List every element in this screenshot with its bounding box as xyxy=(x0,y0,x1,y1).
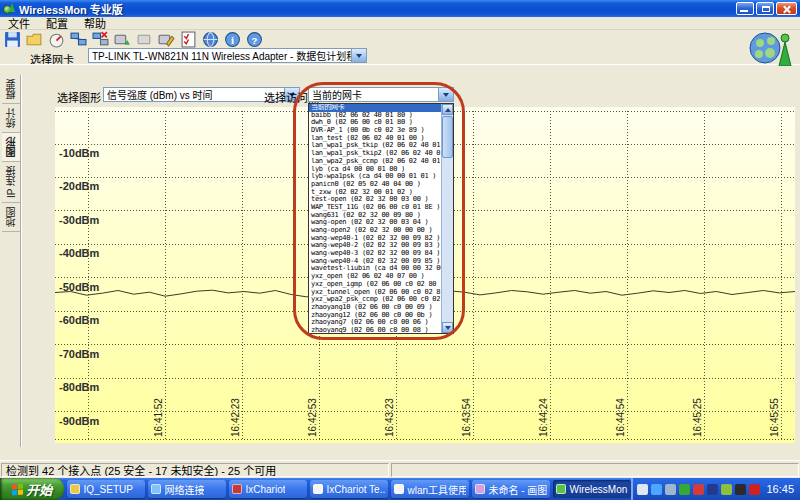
y-axis-label: -90dBm xyxy=(59,415,100,427)
notepad-icon xyxy=(394,484,404,494)
ap-dropdown-item[interactable]: yxz_open (02 06 02 40 07 00 ) xyxy=(309,273,441,281)
side-tab-2[interactable]: 图形 xyxy=(2,133,20,162)
ap-select-combo[interactable]: 当前的网卡 xyxy=(308,87,454,102)
ap-dropdown-item[interactable]: zhaoyang7 (02 06 00 c0 00 06 ) xyxy=(309,319,441,327)
ap-dropdown-item[interactable]: zhaoyang10 (02 06 00 c0 00 09 ) xyxy=(309,304,441,312)
taskbar-task-2[interactable]: IxChariot xyxy=(229,480,307,498)
taskbar-task-6[interactable]: WirelessMon ... xyxy=(553,480,631,498)
tray-icon-5[interactable] xyxy=(693,484,704,495)
scroll-up-icon[interactable] xyxy=(442,104,453,115)
menu-item-2[interactable]: 帮助 xyxy=(76,15,114,31)
ap-dropdown-item[interactable]: baibb (02 06 02 40 01 80 ) xyxy=(309,112,441,120)
taskbar-task-0[interactable]: IQ_SETUP xyxy=(67,480,145,498)
ap-dropdown-item[interactable]: panicn0 (02 05 02 40 04 00 ) xyxy=(309,181,441,189)
ap-dropdown-item[interactable]: zhaoyang12 (02 06 00 c0 00 0b ) xyxy=(309,312,441,320)
tray-icon-4[interactable] xyxy=(679,484,690,495)
adapter-combo-arrow[interactable] xyxy=(351,49,366,62)
task-label: 网络连接 xyxy=(164,482,204,497)
ap-dropdown-item[interactable]: lan_wpa2_psk_ccmp (02 06 02 40 01 0 xyxy=(309,158,441,166)
network-connect-icon[interactable] xyxy=(70,31,87,48)
y-axis-label: -10dBm xyxy=(59,147,100,159)
svg-text:?: ? xyxy=(252,35,258,46)
windows-logo-icon xyxy=(12,483,23,495)
ap-dropdown-item[interactable]: yxz_open_igmp (02 06 00 c0 02 80 ) xyxy=(309,281,441,289)
restore-button[interactable] xyxy=(756,2,774,15)
ap-dropdown-item[interactable]: dwh_0 (02 06 00 c0 01 80 ) xyxy=(309,119,441,127)
tray-icon-8[interactable] xyxy=(735,484,746,495)
gauge-icon[interactable] xyxy=(48,31,65,48)
taskbar-task-1[interactable]: 网络连接 xyxy=(148,480,226,498)
tray-icon-6[interactable] xyxy=(707,484,718,495)
info-icon[interactable]: i xyxy=(224,31,241,48)
status-pane-right xyxy=(391,463,799,477)
ap-dropdown-item[interactable]: wang-open (02 02 32 00 03 04 ) xyxy=(309,219,441,227)
tray-icon-3[interactable] xyxy=(665,484,676,495)
ap-dropdown-item[interactable]: wang-wep40-3 (02 02 32 00 09 84 ) xyxy=(309,250,441,258)
side-tab-0[interactable]: 概要 xyxy=(2,75,20,104)
ap-dropdown-item[interactable]: lan_test (02 06 02 40 01 00 ) xyxy=(309,135,441,143)
ap-dropdown-item[interactable]: WAP_TEST_11G (02 06 00 c0 01 8E ) xyxy=(309,204,441,212)
side-tab-1[interactable]: 统计 xyxy=(2,104,20,133)
side-tab-4[interactable]: 地图 xyxy=(2,203,20,232)
ap-dropdown-item[interactable]: wang631 (02 02 32 00 09 80 ) xyxy=(309,212,441,220)
y-axis-label: -60dBm xyxy=(59,314,100,326)
ap-dropdown-item[interactable]: zhaoyang9 (02 06 00 c0 00 08 ) xyxy=(309,327,441,333)
ap-dropdown-item[interactable]: yxz_tunnel_open (02 06 00 c0 02 81 xyxy=(309,289,441,297)
ap-dropdown-item[interactable]: DVR-AP_1 (00 0b c0 02 3e 89 ) xyxy=(309,127,441,135)
start-button[interactable]: 开始 xyxy=(0,478,64,500)
x-axis-time-label: 16:42:53 xyxy=(307,398,318,437)
ap-dropdown-item[interactable]: wang-open2 (02 02 32 00 00 00 ) xyxy=(309,227,441,235)
ap-dropdown-item[interactable]: wavetest-liubin (ca d4 00 00 32 00 xyxy=(309,265,441,273)
status-text: 检测到 42 个接入点 (25 安全 - 17 未知安全) - 25 个可用 xyxy=(6,463,276,477)
network-disconnect-icon[interactable] xyxy=(92,31,109,48)
ap-dropdown-item[interactable]: lan_wpa1_psk_tkip (02 06 02 40 01 0 xyxy=(309,142,441,150)
tray-icon-1[interactable] xyxy=(637,484,648,495)
close-button[interactable] xyxy=(776,2,797,15)
open-folder-icon[interactable] xyxy=(26,31,43,48)
tray-icon-7[interactable] xyxy=(721,484,732,495)
globe-icon[interactable] xyxy=(202,31,219,48)
task-label: 未命名 - 画图 xyxy=(488,482,547,497)
scroll-down-icon[interactable] xyxy=(442,322,453,333)
ap-dropdown-item[interactable]: t_zxw (02 02 32 00 01 02 ) xyxy=(309,189,441,197)
taskbar-task-3[interactable]: IxChariot Te... xyxy=(310,480,388,498)
menu-item-1[interactable]: 配置 xyxy=(38,15,76,31)
ap-dropdown-item[interactable]: wang-wep40-1 (02 02 32 00 09 82 ) xyxy=(309,235,441,243)
x-axis-time-label: 16:45:25 xyxy=(692,398,703,437)
y-axis-label: -80dBm xyxy=(59,381,100,393)
card-disabled-icon[interactable] xyxy=(136,31,153,48)
card-refresh-icon[interactable] xyxy=(114,31,131,48)
menu-item-0[interactable]: 文件 xyxy=(0,15,38,31)
ap-dropdown-item[interactable]: yxz_wpa2_psk_ccmp (02 06 00 c0 02 8 xyxy=(309,296,441,304)
x-axis-time-label: 16:45:55 xyxy=(769,398,780,437)
paint-icon xyxy=(475,484,485,494)
svg-text:i: i xyxy=(231,35,234,46)
ap-dropdown-item[interactable]: lyb-wpa1psk (ca d4 00 00 01 01 ) xyxy=(309,173,441,181)
dropdown-scrollbar[interactable] xyxy=(441,104,453,333)
ap-select-arrow[interactable] xyxy=(438,88,453,101)
side-tab-3[interactable]: IP 连接 xyxy=(2,162,20,203)
x-axis-time-label: 16:43:23 xyxy=(384,398,395,437)
tray-icon-2[interactable] xyxy=(651,484,662,495)
minimize-button[interactable] xyxy=(736,2,754,15)
ap-dropdown-item[interactable]: lyb (ca d4 00 00 01 00 ) xyxy=(309,166,441,174)
adapter-combo[interactable]: TP-LINK TL-WN821N 11N Wireless Adapter -… xyxy=(88,48,367,63)
scroll-thumb[interactable] xyxy=(442,116,453,158)
title-bar[interactable]: WirelessMon 专业版 xyxy=(0,0,800,17)
ap-dropdown-item[interactable]: 当前的网卡 xyxy=(309,104,441,112)
tray-icon-9[interactable] xyxy=(749,484,760,495)
card-edit-icon[interactable] xyxy=(158,31,175,48)
taskbar-task-4[interactable]: wlan工具使用... xyxy=(391,480,469,498)
ap-dropdown-item[interactable]: wang-wep40-4 (02 02 32 00 09 85 ) xyxy=(309,258,441,266)
ap-dropdown-item[interactable]: lan_wpa1_psk_tkip2 (02 06 02 40 01 xyxy=(309,150,441,158)
help-icon[interactable]: ? xyxy=(246,31,263,48)
ap-dropdown-item[interactable]: wang-wep40-2 (02 02 32 00 09 83 ) xyxy=(309,242,441,250)
save-icon[interactable] xyxy=(4,31,21,48)
ap-dropdown-item[interactable]: test-open (02 02 32 00 03 00 ) xyxy=(309,196,441,204)
window-title: WirelessMon 专业版 xyxy=(19,1,734,17)
taskbar-task-5[interactable]: 未命名 - 画图 xyxy=(472,480,550,498)
ap-dropdown-list[interactable]: 当前的网卡baibb (02 06 02 40 01 80 )dwh_0 (02… xyxy=(308,103,454,334)
graph-select-label: 选择图形 xyxy=(57,89,101,105)
checklist-icon[interactable] xyxy=(180,31,197,48)
ap-select-value: 当前的网卡 xyxy=(309,87,438,102)
